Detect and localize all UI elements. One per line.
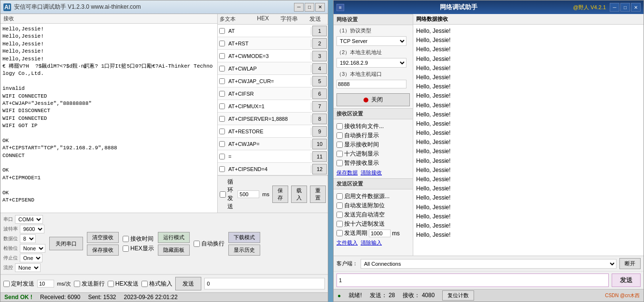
clear-recv-btn[interactable]: 清空接收	[87, 232, 119, 243]
mt-hex-cb-2[interactable]	[219, 41, 225, 46]
recv-time-cb[interactable]	[123, 236, 129, 242]
show-recv-time-cb[interactable]	[336, 142, 343, 148]
net-send-btn[interactable]: 发送	[612, 273, 641, 287]
timed-interval-input[interactable]	[37, 280, 54, 288]
net-minimize-btn[interactable]: ─	[610, 3, 619, 12]
auto-exec-option[interactable]: 自动换行显示	[336, 131, 410, 140]
mt-input-8[interactable]	[226, 115, 311, 123]
hex-send-cb[interactable]	[108, 281, 114, 287]
proto-type-select[interactable]: TCP Server	[336, 36, 406, 46]
period-input[interactable]	[369, 230, 391, 237]
local-host-select[interactable]: 192.168.2.9	[336, 58, 406, 68]
timed-send-cb[interactable]	[3, 281, 10, 287]
mt-hex-cb-12[interactable]	[219, 166, 225, 172]
mt-send-btn-4[interactable]: 4	[312, 63, 327, 74]
recv-to-file-cb[interactable]	[336, 123, 343, 129]
new-line-cb[interactable]	[74, 281, 80, 287]
mt-hex-cb-8[interactable]	[219, 116, 225, 122]
run-mode-btn[interactable]: 运行模式	[158, 232, 190, 243]
enable-file-cb[interactable]	[336, 193, 343, 200]
mt-send-btn-12[interactable]: 12	[312, 164, 327, 174]
mt-send-btn-11[interactable]: 11	[312, 151, 327, 162]
mt-input-2[interactable]	[226, 40, 311, 47]
net-close-connection-btn[interactable]: 关闭	[336, 93, 410, 106]
show-recv-time-option[interactable]: 显示接收时间	[336, 141, 410, 149]
auto-add-cb[interactable]	[336, 202, 343, 209]
mt-send-btn-5[interactable]: 5	[312, 76, 327, 86]
mt-send-btn-7[interactable]: 7	[312, 101, 327, 112]
hex-display-option[interactable]: 十六进制显示	[336, 150, 410, 158]
net-close-btn[interactable]: ✕	[631, 3, 641, 12]
format-input-cb[interactable]	[141, 281, 148, 287]
mt-hex-cb-1[interactable]	[219, 28, 225, 34]
hex-display-cb[interactable]	[123, 245, 129, 252]
mt-input-12[interactable]	[226, 165, 311, 173]
save-data-btn[interactable]: 保存数据	[336, 169, 358, 176]
mt-hex-cb-11[interactable]	[219, 154, 225, 159]
mt-send-btn-9[interactable]: 9	[312, 126, 327, 137]
auto-clear-option[interactable]: 发送完自动清空	[336, 211, 410, 219]
mt-send-btn-6[interactable]: 6	[312, 88, 327, 99]
mt-hex-cb-10[interactable]	[219, 141, 225, 147]
mt-hex-cb-3[interactable]	[219, 53, 225, 59]
send-input[interactable]	[204, 278, 325, 289]
hex-send-option[interactable]: 按十六进制发送	[336, 220, 410, 228]
file-load-btn[interactable]: 文件载入	[336, 239, 358, 246]
net-menu-icon[interactable]: ≡	[336, 4, 344, 11]
auto-exec-cb[interactable]	[194, 241, 200, 247]
pause-recv-option[interactable]: 暂停接收显示	[336, 159, 410, 167]
mt-send-btn-8[interactable]: 8	[312, 114, 327, 124]
mt-input-10[interactable]	[226, 140, 311, 148]
save-multitext-btn[interactable]: 保存	[272, 186, 288, 203]
mt-input-4[interactable]	[226, 65, 311, 72]
new-line-option[interactable]: 发送新行	[74, 280, 105, 288]
mt-send-btn-10[interactable]: 10	[312, 139, 327, 149]
local-port-input[interactable]	[336, 80, 406, 88]
format-input-option[interactable]: 格式输入	[141, 280, 172, 288]
auto-exec-cb[interactable]	[336, 132, 343, 139]
clear-recv-btn[interactable]: 清除接收	[361, 169, 382, 176]
mt-hex-cb-9[interactable]	[219, 129, 225, 134]
reset-multitext-btn[interactable]: 重置	[310, 186, 326, 203]
flow-select[interactable]: None	[15, 263, 41, 272]
parity-select[interactable]: None	[20, 244, 45, 253]
receive-text[interactable]: Hello,Jessie! Hello,Jessie! Hello,Jessie…	[0, 24, 217, 213]
hex-send-cb[interactable]	[336, 221, 343, 227]
client-select[interactable]: All Connections	[361, 259, 616, 269]
mt-send-btn-1[interactable]: 1	[312, 26, 327, 36]
mt-input-9[interactable]	[226, 128, 311, 135]
net-recv-text[interactable]: Hello, Jessie!Hello, Jessie!Hello, Jessi…	[413, 25, 644, 256]
net-maximize-btn[interactable]: □	[620, 3, 630, 12]
loop-send-checkbox[interactable]: 循环发送	[220, 178, 235, 211]
serial-close-btn[interactable]: ✕	[315, 3, 325, 12]
serial-maximize-btn[interactable]: □	[305, 3, 314, 12]
serial-minimize-btn[interactable]: ─	[294, 3, 304, 12]
mt-hex-cb-7[interactable]	[219, 103, 225, 109]
baud-select[interactable]: 9600	[20, 225, 44, 233]
mt-input-7[interactable]	[226, 102, 311, 110]
hex-send-option[interactable]: HEX发送	[108, 280, 139, 288]
hex-display-option[interactable]: HEX显示	[123, 244, 154, 253]
disconnect-btn[interactable]: 断开	[619, 258, 641, 269]
auto-add-option[interactable]: 自动发送附加位	[336, 201, 410, 210]
data-bits-select[interactable]: 8	[20, 234, 36, 243]
hex-display-cb[interactable]	[336, 151, 343, 157]
mt-input-3[interactable]	[226, 52, 311, 60]
mt-input-5[interactable]	[226, 77, 311, 85]
loop-interval-input[interactable]: 500	[238, 190, 259, 198]
mt-hex-cb-5[interactable]	[219, 78, 225, 84]
recv-time-option[interactable]: 接收时间	[123, 235, 154, 243]
reset-count-btn[interactable]: 复位计数	[442, 290, 474, 301]
show-hist-btn[interactable]: 显示历史	[228, 244, 260, 256]
save-recv-btn[interactable]: 保存接收	[87, 244, 119, 256]
net-send-input[interactable]	[336, 273, 609, 287]
mt-input-1[interactable]	[226, 27, 311, 35]
mt-hex-cb-6[interactable]	[219, 91, 225, 97]
mt-input-11[interactable]	[226, 153, 311, 160]
port-select[interactable]: COM4	[15, 215, 43, 224]
clear-input-btn[interactable]: 清除输入	[361, 239, 382, 246]
enable-file-option[interactable]: 启用文件数据源...	[336, 192, 410, 201]
mt-hex-cb-4[interactable]	[219, 66, 225, 72]
dl-mode-btn[interactable]: 下载模式	[228, 232, 260, 243]
timed-send-option[interactable]: 定时发送	[3, 280, 34, 288]
